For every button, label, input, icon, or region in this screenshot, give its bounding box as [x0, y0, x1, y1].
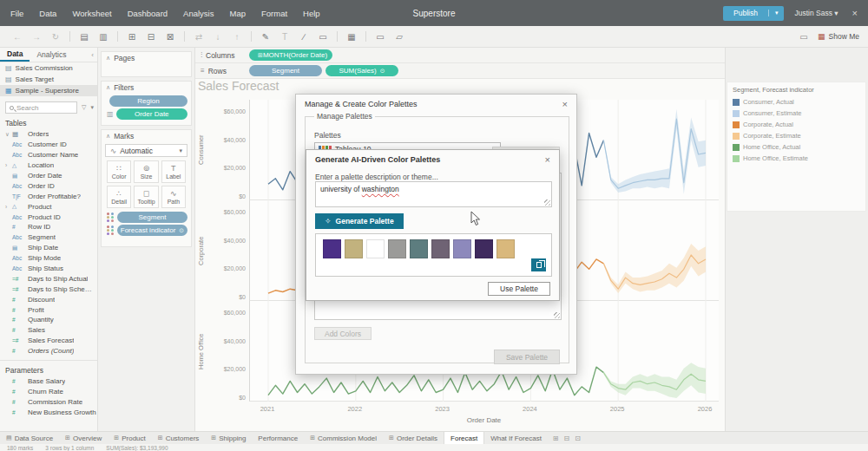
collapse-icon[interactable]: ∧ — [106, 84, 110, 91]
clear-sheet-icon[interactable]: ⊠ — [165, 32, 175, 42]
sheet-tab-commission-model[interactable]: ⊞Commission Model — [304, 432, 383, 445]
copy-palette-button[interactable] — [531, 258, 546, 271]
mark-pill-segment[interactable]: Segment — [117, 212, 187, 223]
field-item[interactable]: #Commission Rate — [0, 396, 97, 407]
sheet-tab-performance[interactable]: Performance — [252, 432, 304, 445]
mark-button-path[interactable]: ∿Path — [161, 186, 186, 208]
menu-analysis[interactable]: Analysis — [183, 9, 214, 18]
close-icon[interactable]: × — [562, 99, 568, 109]
field-item[interactable]: #Orders (Count) — [0, 346, 97, 356]
menu-help[interactable]: Help — [303, 9, 320, 18]
field-item[interactable]: #Profit — [0, 304, 97, 315]
search-input[interactable]: Search — [5, 101, 77, 114]
field-item[interactable]: #Quantity — [0, 315, 97, 325]
filter-pill-region[interactable]: Region — [109, 95, 187, 107]
field-item[interactable]: ›△Location — [0, 160, 97, 171]
close-icon[interactable]: × — [545, 154, 550, 165]
shelf-pill-sum-sales-[interactable]: SUM(Sales)⊙ — [326, 65, 398, 76]
legend-item[interactable]: Corporate, Actual — [733, 119, 860, 130]
field-item[interactable]: #New Business Growth — [0, 407, 97, 417]
legend-item[interactable]: Consumer, Estimate — [733, 108, 860, 119]
format-icon[interactable]: ∕ — [299, 32, 309, 42]
new-worksheet-icon[interactable]: ⊞ — [127, 32, 137, 42]
legend-item[interactable]: Corporate, Estimate — [733, 130, 860, 141]
sheet-tab-data-source[interactable]: ▤Data Source — [0, 432, 59, 445]
expander-icon[interactable]: › — [5, 204, 12, 210]
mark-pill-forecast-indicator[interactable]: Forecast indicator⊙ — [117, 225, 187, 236]
publish-dropdown-icon[interactable]: ▾ — [768, 10, 785, 16]
shelf-pill-segment[interactable]: Segment — [249, 65, 322, 76]
resize-handle[interactable] — [554, 312, 560, 318]
mark-button-color[interactable]: ∷Color — [107, 160, 131, 183]
field-item[interactable]: AbcCustomer Name — [0, 150, 97, 160]
collapse-pane-icon[interactable]: ‹ — [91, 51, 97, 59]
sheet-tab-overview[interactable]: ⊞Overview — [59, 432, 108, 445]
palette-swatch[interactable] — [323, 239, 341, 258]
show-me-button[interactable]: ▦ Show Me — [818, 32, 859, 41]
row-header-consumer[interactable]: Consumer — [197, 100, 209, 200]
sheet-tab-what-if-forecast[interactable]: What If Forecast — [484, 432, 548, 445]
field-item[interactable]: =#Days to Ship Actual — [0, 273, 97, 284]
field-item[interactable]: #Row ID — [0, 222, 97, 232]
cell-size-icon[interactable]: ▭ — [318, 32, 328, 42]
field-item[interactable]: AbcCustomer ID — [0, 140, 97, 150]
highlight-icon[interactable]: ✎ — [260, 32, 271, 42]
shelf-pill-month-order-date-[interactable]: ⊞MONTH(Order Date) — [249, 49, 332, 61]
close-window-icon[interactable]: × — [849, 8, 861, 18]
tab-data[interactable]: Data — [0, 48, 30, 62]
sheet-tab-product[interactable]: ⊞Product — [108, 432, 151, 445]
mark-button-label[interactable]: TLabel — [161, 160, 186, 183]
publish-button[interactable]: Publish ▾ — [723, 6, 784, 21]
menu-file[interactable]: File — [10, 9, 23, 18]
generate-palette-button[interactable]: ✧ Generate Palette — [315, 213, 404, 229]
sheet-tab-customers[interactable]: ⊞Customers — [152, 432, 206, 445]
palette-swatch[interactable] — [453, 239, 471, 258]
field-item[interactable]: AbcProduct ID — [0, 212, 97, 222]
field-item[interactable]: AbcSegment — [0, 232, 97, 243]
sheet-tab-shipping[interactable]: ⊞Shipping — [205, 432, 252, 445]
sheet-tab-order-details[interactable]: ⊞Order Details — [383, 432, 444, 445]
field-item[interactable]: #Sales — [0, 325, 97, 336]
menu-map[interactable]: Map — [229, 9, 245, 18]
collapse-icon[interactable]: ∧ — [106, 133, 110, 140]
new-story-icon[interactable]: ⊡ — [575, 435, 581, 442]
menu-data[interactable]: Data — [39, 9, 56, 18]
presentation-icon[interactable]: ▭ — [375, 32, 385, 42]
datasource-item[interactable]: ▤Sales Commission — [0, 62, 97, 74]
legend-item[interactable]: Home Office, Actual — [733, 141, 860, 153]
legend-item[interactable]: Consumer, Actual — [733, 96, 860, 108]
tab-analytics[interactable]: Analytics — [30, 49, 73, 61]
field-item[interactable]: ▤Order Date — [0, 171, 97, 181]
palette-swatch[interactable] — [345, 239, 363, 258]
field-item[interactable]: #Base Salary — [0, 376, 97, 387]
palette-swatch[interactable] — [496, 239, 515, 258]
field-item[interactable]: AbcShip Mode — [0, 253, 97, 264]
field-item[interactable]: ›△Product — [0, 201, 97, 212]
user-menu[interactable]: Justin Sass ▾ — [794, 9, 838, 17]
mark-button-tooltip[interactable]: ◻Tooltip — [134, 186, 158, 208]
menu-dashboard[interactable]: Dashboard — [128, 9, 168, 18]
palette-swatch[interactable] — [366, 239, 385, 258]
rows-shelf[interactable]: ≡Rows SegmentSUM(Sales)⊙ — [195, 63, 725, 79]
field-item[interactable]: =#Days to Ship Sche… — [0, 284, 97, 294]
row-header-corporate[interactable]: Corporate — [197, 200, 209, 301]
sheet-tab-forecast[interactable]: Forecast — [444, 432, 484, 445]
field-item[interactable]: #Discount — [0, 294, 97, 304]
palette-description-input[interactable]: university of washington — [315, 181, 552, 207]
datasource-item[interactable]: ▤Sales Target — [0, 74, 97, 85]
columns-shelf[interactable]: ⫶Columns ⊞MONTH(Order Date) — [195, 48, 725, 63]
field-item[interactable]: ∨▦Orders — [0, 129, 97, 140]
field-item[interactable]: =#Sales Forecast — [0, 336, 97, 346]
mark-button-size[interactable]: ⊚Size — [134, 160, 158, 183]
field-item[interactable]: #Churn Rate — [0, 386, 97, 396]
collapse-icon[interactable]: ∧ — [106, 55, 110, 62]
palette-swatch[interactable] — [475, 239, 493, 258]
mark-type-select[interactable]: ∿ Automatic ▾ — [105, 144, 187, 157]
device-preview-icon[interactable]: ▭ — [799, 32, 809, 42]
expander-icon[interactable]: ∨ — [5, 131, 12, 138]
palette-swatch[interactable] — [431, 239, 450, 258]
new-worksheet-icon[interactable]: ⊞ — [553, 435, 559, 442]
pause-updates-icon[interactable]: ▥ — [98, 32, 108, 42]
share-icon[interactable]: ▱ — [394, 32, 404, 42]
field-item[interactable]: ▤Ship Date — [0, 243, 97, 253]
